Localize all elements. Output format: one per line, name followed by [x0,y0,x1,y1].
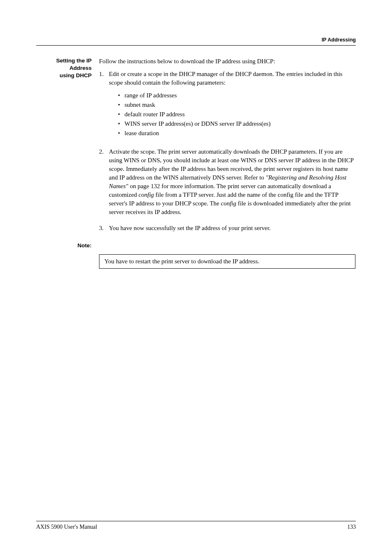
step-2-number: 2. [99,147,109,216]
note-box: You have to restart the print server to … [99,254,355,269]
bullet-item: lease duration [118,129,356,138]
bullet-item: default router IP address [118,110,356,119]
page-footer: AXIS 5900 User's Manual 133 [36,521,356,530]
footer-manual-name: AXIS 5900 User's Manual [36,524,97,530]
page-header: IP Addressing [36,37,356,46]
step-3: 3. You have now successfully set the IP … [99,224,356,233]
step-1-number: 1. [99,70,109,140]
step-2: 2. Activate the scope. The print server … [99,147,356,216]
step-1: 1. Edit or create a scope in the DHCP ma… [99,70,356,140]
bullet-item: WINS server IP address(es) or DDNS serve… [118,120,356,128]
step-2-config-italic: config [138,191,154,198]
step-3-text: You have now successfully set the IP add… [109,225,271,231]
step-2-config-italic: config [221,200,237,207]
step-1-text: Edit or create a scope in the DHCP manag… [109,71,342,86]
main-content: Follow the instructions below to downloa… [92,57,356,240]
step-3-number: 3. [99,224,109,233]
footer-page-number: 133 [347,524,356,530]
note-label: Note: [36,242,92,249]
note-text: You have to restart the print server to … [104,258,259,265]
instruction-list: 1. Edit or create a scope in the DHCP ma… [99,70,356,233]
step-2-text: Activate the scope. The print server aut… [109,147,356,216]
step-1-bullets: range of IP addresses subnet mask defaul… [109,91,356,138]
side-heading-line1: Setting the IP Address [56,58,92,71]
header-section: IP Addressing [322,37,356,43]
bullet-item: range of IP addresses [118,91,356,100]
side-heading-line2: using DHCP [60,72,92,78]
side-heading: Setting the IP Address using DHCP [36,57,92,80]
bullet-item: subnet mask [118,101,356,109]
intro-text: Follow the instructions below to downloa… [99,57,356,66]
